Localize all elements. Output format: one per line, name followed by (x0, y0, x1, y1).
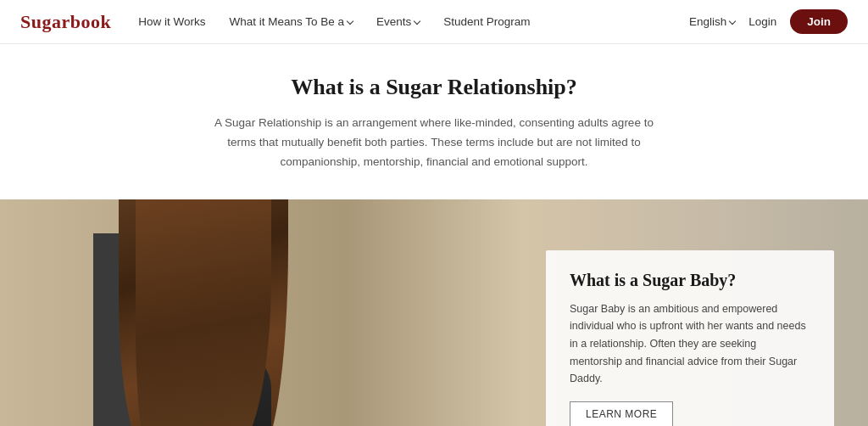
hero-description: A Sugar Relationship is an arrangement w… (205, 114, 663, 172)
nav-events[interactable]: Events (376, 15, 420, 28)
card-description: Sugar Baby is an ambitious and empowered… (570, 300, 810, 388)
brand-logo[interactable]: Sugarbook (20, 11, 111, 33)
nav-how-it-works[interactable]: How it Works (138, 15, 205, 28)
navbar: Sugarbook How it Works What it Means To … (0, 0, 868, 44)
learn-more-button[interactable]: LEARN MORE (570, 401, 673, 426)
login-link[interactable]: Login (748, 15, 776, 28)
language-selector[interactable]: English (689, 15, 735, 28)
nav-right: English Login Join (689, 9, 848, 34)
nav-links: How it Works What it Means To Be a Event… (138, 15, 689, 28)
nav-what-it-means[interactable]: What it Means To Be a (229, 15, 353, 28)
woman-photo (68, 199, 424, 426)
chevron-down-icon (729, 17, 736, 24)
hair-shape-2 (136, 199, 271, 426)
card-title: What is a Sugar Baby? (570, 271, 810, 290)
chevron-down-icon (414, 17, 420, 24)
hero-section: What is a Sugar Relationship? A Sugar Re… (0, 44, 868, 199)
nav-student-program[interactable]: Student Program (443, 15, 530, 28)
brand-name: Sugarbook (20, 11, 111, 32)
sugar-baby-card: What is a Sugar Baby? Sugar Baby is an a… (546, 250, 834, 426)
hero-title: What is a Sugar Relationship? (17, 75, 851, 100)
join-button[interactable]: Join (790, 9, 848, 34)
chevron-down-icon (347, 17, 353, 24)
image-section: What is a Sugar Baby? Sugar Baby is an a… (0, 199, 868, 426)
